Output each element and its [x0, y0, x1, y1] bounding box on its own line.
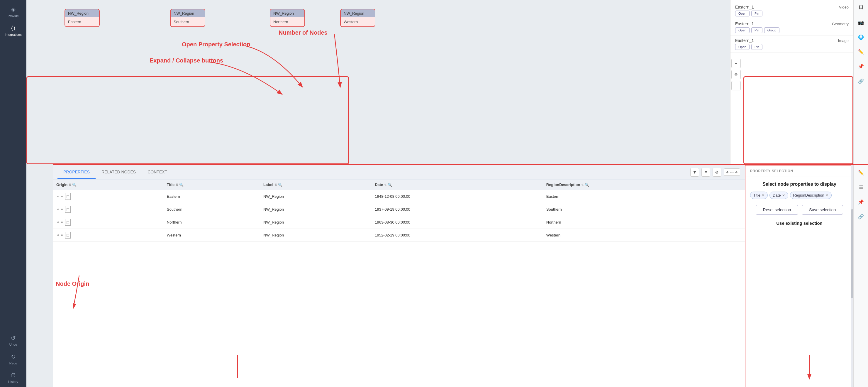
cell-origin-3: ⚬⚬ □: [53, 229, 163, 242]
region-sort-icon[interactable]: ⇅: [581, 183, 584, 186]
sidebar-item-integrations[interactable]: ⟨⟩ Integrations: [0, 21, 26, 40]
right-panel-icons: 🖼 📷 🌐 ✏️ 📌 🔗: [853, 0, 868, 164]
annotation-open-property: Open Property Selection: [182, 41, 250, 48]
entry-0-pin-button[interactable]: Pin: [751, 10, 763, 17]
cell-label-0: NW_Region: [260, 190, 371, 203]
settings-button[interactable]: ⚙: [713, 168, 721, 177]
redo-icon: ↻: [11, 353, 16, 360]
entry-2-open-button[interactable]: Open: [735, 44, 749, 50]
prop-tag-title: Title✕: [750, 191, 768, 199]
graph-icon-2[interactable]: ⚬⚬: [56, 220, 64, 225]
table-row[interactable]: ⚬⚬ □ Eastern NW_Region 1948-12-08 00:00:…: [53, 190, 745, 203]
entry-1-pin-button[interactable]: Pin: [751, 27, 763, 33]
graph-icon-3[interactable]: ⚬⚬: [56, 233, 64, 238]
table-row[interactable]: ⚬⚬ □ Southern NW_Region 1937-09-19 00:00…: [53, 203, 745, 216]
more-options-button[interactable]: ⋮: [731, 81, 741, 90]
bottom-panel-inner: PROPERTIES RELATED NODES CONTEXT ▼ = ⚙ 4…: [53, 165, 745, 387]
prop-tag-remove[interactable]: ✕: [826, 194, 829, 198]
zoom-out-button[interactable]: −: [731, 59, 741, 68]
table-row[interactable]: ⚬⚬ □ Western NW_Region 1952-02-19 00:00:…: [53, 229, 745, 242]
cell-title-3: Western: [163, 229, 260, 242]
node-count-badge: 4 ••• 4: [724, 169, 740, 176]
right-panel-entry-0-buttons: Open Pin: [735, 10, 849, 17]
date-sort-icon[interactable]: ⇅: [384, 183, 386, 186]
arrow-number-nodes: [334, 34, 358, 92]
cell-date-3: 1952-02-19 00:00:00: [371, 229, 543, 242]
table-row[interactable]: ⚬⚬ □ Northern NW_Region 1963-08-30 00:00…: [53, 216, 745, 229]
entry-2-pin-button[interactable]: Pin: [751, 44, 763, 50]
node-northern[interactable]: NW_Region Northern: [270, 9, 305, 27]
sidebar-item-provide[interactable]: ◈ Provide: [0, 2, 26, 21]
label-search-icon[interactable]: 🔍: [278, 183, 282, 187]
sidebar-item-history[interactable]: ⏱ History: [0, 368, 26, 387]
date-search-icon[interactable]: 🔍: [388, 183, 392, 187]
existing-selection-title: Use existing selection: [750, 221, 849, 226]
node-count-1: 4: [726, 170, 728, 174]
prop-tag-remove[interactable]: ✕: [782, 194, 785, 198]
square-icon-0[interactable]: □: [65, 193, 71, 200]
sidebar-item-undo[interactable]: ↺ Undo: [0, 331, 26, 350]
tab-related-nodes[interactable]: RELATED NODES: [96, 166, 142, 179]
table-container[interactable]: Origin ⇅ 🔍 Title ⇅ 🔍: [53, 180, 745, 387]
sidebar-item-redo[interactable]: ↻ Redo: [0, 350, 26, 368]
node-count-2: 4: [736, 170, 738, 174]
node-eastern[interactable]: NW_Region Eastern: [64, 9, 100, 27]
square-icon-1[interactable]: □: [65, 206, 71, 213]
entry-1-open-button[interactable]: Open: [735, 27, 749, 33]
col-date: Date ⇅ 🔍: [371, 180, 543, 190]
filter-button[interactable]: ▼: [690, 168, 699, 177]
tab-context[interactable]: CONTEXT: [142, 166, 173, 179]
origin-sort-icon[interactable]: ⇅: [69, 183, 71, 186]
cell-date-0: 1948-12-08 00:00:00: [371, 190, 543, 203]
tab-actions: ▼ = ⚙ 4 ••• 4: [690, 168, 740, 177]
canvas-area[interactable]: NW_Region Eastern NW_Region Southern NW_…: [26, 0, 745, 164]
right-panel-entry-2-buttons: Open Pin: [735, 44, 849, 50]
prop-panel-content: Select node properties to display Title✕…: [745, 177, 853, 387]
node-western[interactable]: NW_Region Western: [340, 9, 375, 27]
sidebar: ◈ Provide ⟨⟩ Integrations ↺ Undo ↻ Redo …: [0, 0, 26, 387]
graph-icon-0[interactable]: ⚬⚬: [56, 194, 64, 199]
entry-1-group-button[interactable]: Group: [764, 27, 780, 33]
camera-icon[interactable]: 📷: [856, 17, 866, 28]
prop-tag-date: Date✕: [770, 191, 788, 199]
square-icon-3[interactable]: □: [65, 232, 71, 239]
entry-0-open-button[interactable]: Open: [735, 10, 749, 17]
graph-icon-1[interactable]: ⚬⚬: [56, 207, 64, 212]
pin3-icon[interactable]: 📌: [856, 197, 866, 207]
pencil-icon[interactable]: ✏️: [856, 47, 866, 57]
history-icon: ⏱: [10, 372, 16, 379]
share-icon[interactable]: 🔗: [856, 76, 866, 86]
prop-panel-scrollbar-thumb[interactable]: [851, 209, 853, 298]
globe-icon[interactable]: 🌐: [856, 32, 866, 42]
image-icon[interactable]: 🖼: [856, 2, 866, 13]
right-panel-entry-1: Eastern_1 Geometry Open Pin Group: [731, 19, 853, 36]
tab-properties[interactable]: PROPERTIES: [58, 166, 96, 179]
title-search-icon[interactable]: 🔍: [179, 183, 184, 187]
integrations-icon: ⟨⟩: [11, 25, 16, 32]
arrow-expand-collapse: [205, 62, 293, 97]
list-icon[interactable]: ☰: [856, 182, 866, 192]
equals-button[interactable]: =: [702, 168, 710, 177]
title-sort-icon[interactable]: ⇅: [176, 183, 178, 186]
label-sort-icon[interactable]: ⇅: [275, 183, 277, 186]
reset-selection-button[interactable]: Reset selection: [756, 205, 799, 215]
region-search-icon[interactable]: 🔍: [585, 183, 589, 187]
annotation-number-nodes: Number of Nodes: [279, 29, 328, 36]
prop-panel-scrollbar[interactable]: [851, 165, 853, 387]
sidebar-item-history-label: History: [8, 380, 18, 384]
prop-tag-remove[interactable]: ✕: [762, 194, 765, 198]
save-selection-button[interactable]: Save selection: [802, 205, 843, 215]
property-selection-panel: PROPERTY SELECTION Select node propertie…: [745, 165, 853, 387]
share2-icon[interactable]: 🔗: [856, 211, 866, 222]
pin2-icon[interactable]: 📌: [856, 61, 866, 71]
edit-icon[interactable]: ✏️: [856, 167, 866, 178]
origin-search-icon[interactable]: 🔍: [72, 183, 76, 187]
col-origin-label: Origin: [56, 182, 67, 187]
sidebar-item-provide-label: Provide: [8, 14, 19, 18]
layout-button[interactable]: ⊕: [731, 70, 741, 79]
cell-label-2: NW_Region: [260, 216, 371, 229]
bottom-right-icons: ✏️ ☰ 📌 🔗: [853, 165, 868, 387]
cell-region-0: Eastern: [543, 190, 745, 203]
square-icon-2[interactable]: □: [65, 219, 71, 226]
node-southern[interactable]: NW_Region Southern: [170, 9, 205, 27]
